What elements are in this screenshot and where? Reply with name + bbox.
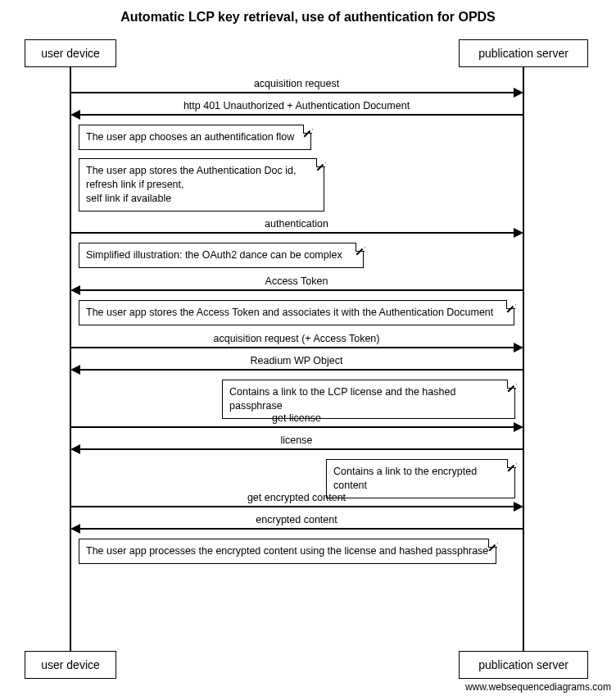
note: The user app processes the encrypted con…	[79, 539, 496, 564]
arrow	[80, 289, 523, 291]
arrow	[70, 92, 514, 93]
arrow	[80, 369, 523, 371]
actor-publication-server-bottom: publication server	[459, 651, 588, 679]
sequence-diagram: Automatic LCP key retrieval, use of auth…	[0, 0, 616, 696]
actor-publication-server-top: publication server	[459, 39, 588, 67]
message-label: Access Token	[70, 275, 523, 287]
message-label: get license	[70, 412, 523, 424]
actor-user-device-bottom: user device	[25, 651, 116, 679]
message-label: Readium WP Object	[70, 355, 523, 366]
note: The user app chooses an authentification…	[79, 125, 311, 150]
message-label: license	[70, 434, 523, 446]
note-text: The user app stores the Access Token and…	[86, 307, 493, 318]
arrowhead-left-icon	[70, 285, 80, 295]
note-text: The user app processes the encrypted con…	[86, 545, 488, 557]
actor-label: user device	[41, 658, 100, 671]
note-text: Contains a link to the encrypted content	[333, 466, 477, 491]
arrow	[70, 347, 514, 348]
actor-user-device-top: user device	[25, 39, 116, 67]
lifeline-publication-server	[523, 67, 524, 651]
actor-label: user device	[41, 47, 100, 60]
watermark: www.websequencediagrams.com	[465, 681, 611, 693]
message-label: get encrypted content	[70, 492, 523, 503]
arrowhead-left-icon	[70, 524, 80, 534]
diagram-title: Automatic LCP key retrieval, use of auth…	[0, 10, 616, 25]
arrowhead-right-icon	[514, 343, 523, 353]
message-label: acquisition request (+ Access Token)	[70, 333, 523, 344]
note-text: The user app chooses an authentification…	[86, 131, 294, 143]
note-text: Simplified illustration: the OAuth2 danc…	[86, 249, 342, 261]
note: The user app stores the Authentication D…	[79, 158, 324, 212]
arrowhead-right-icon	[514, 502, 523, 512]
arrowhead-left-icon	[70, 444, 80, 454]
message-label: acquisition request	[70, 78, 523, 89]
arrow	[80, 114, 523, 116]
arrowhead-left-icon	[70, 365, 80, 375]
arrow	[70, 426, 514, 428]
arrow	[80, 528, 523, 530]
arrowhead-right-icon	[514, 228, 523, 238]
actor-label: publication server	[478, 658, 568, 671]
arrow	[70, 506, 514, 507]
note: Simplified illustration: the OAuth2 danc…	[79, 243, 364, 268]
arrowhead-right-icon	[514, 422, 523, 432]
message-label: http 401 Unauthorized + Authentication D…	[70, 100, 523, 111]
note: The user app stores the Access Token and…	[79, 300, 514, 325]
note-text: Contains a link to the LCP license and t…	[229, 386, 455, 412]
actor-label: publication server	[478, 47, 568, 60]
arrow	[80, 448, 523, 450]
note-text: self link if available	[86, 193, 171, 204]
arrowhead-right-icon	[514, 88, 523, 98]
note-text: refresh link if present,	[86, 179, 184, 190]
arrow	[70, 232, 514, 234]
message-label: encrypted content	[70, 514, 523, 525]
note-text: The user app stores the Authentication D…	[86, 165, 296, 176]
arrowhead-left-icon	[70, 110, 80, 120]
message-label: authentication	[70, 218, 523, 230]
